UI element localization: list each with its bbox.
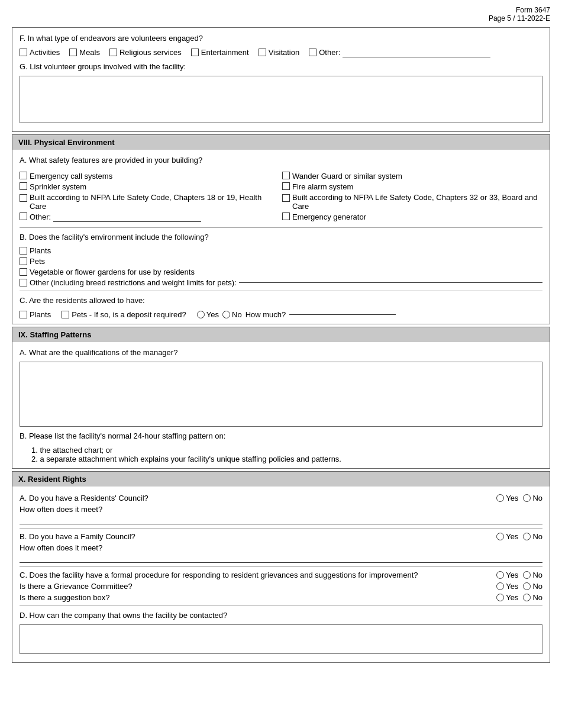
section-x-b-followup-field[interactable] xyxy=(20,553,542,563)
label-other-safety: Other: xyxy=(30,212,51,221)
section-ix-b-question: B. Please list the facility's normal 24-… xyxy=(20,430,542,442)
label-sprinkler: Sprinkler system xyxy=(30,182,86,191)
checkbox-visitation[interactable]: Visitation xyxy=(259,48,300,57)
label-x-a-no: No xyxy=(532,494,542,502)
checkbox-wander-guard[interactable]: Wander Guard or similar system xyxy=(282,172,542,181)
checkbox-nfpa-health[interactable]: Built according to NFPA Life Safety Code… xyxy=(20,193,280,211)
checkbox-activities[interactable]: Activities xyxy=(20,48,60,57)
other-safety-field[interactable] xyxy=(53,212,201,222)
radio-x-c-sub1-no-circle[interactable] xyxy=(523,582,531,590)
radio-x-c-sub2-no[interactable]: No xyxy=(523,593,542,602)
radio-x-c-sub2-no-circle[interactable] xyxy=(523,594,531,601)
label-no-deposit: No xyxy=(232,310,242,319)
checkbox-nfpa-health-box[interactable] xyxy=(20,194,27,202)
radio-x-a-yes-circle[interactable] xyxy=(496,494,504,502)
checkbox-emergency-call[interactable]: Emergency call systems xyxy=(20,172,280,181)
radio-x-b-no-circle[interactable] xyxy=(523,533,531,540)
checkbox-religious[interactable]: Religious services xyxy=(109,48,182,57)
radio-x-c-yes[interactable]: Yes xyxy=(496,571,518,579)
label-emergency-call: Emergency call systems xyxy=(30,172,112,181)
checkbox-other[interactable]: Other: xyxy=(309,48,490,57)
section-viii-header: VIII. Physical Environment xyxy=(12,135,550,150)
radio-yes-deposit-circle[interactable] xyxy=(197,311,205,318)
checkbox-other-box[interactable] xyxy=(309,49,316,56)
checkbox-other-safety[interactable]: Other: xyxy=(20,212,280,222)
checkbox-meals[interactable]: Meals xyxy=(69,48,100,57)
checkbox-religious-box[interactable] xyxy=(109,49,117,56)
checkbox-pets-b-box[interactable] xyxy=(20,257,27,265)
checkbox-fire-alarm[interactable]: Fire alarm system xyxy=(282,182,542,191)
checkbox-sprinkler-box[interactable] xyxy=(20,182,27,190)
checkbox-pets-c[interactable]: Pets - If so, is a deposit required? xyxy=(62,310,186,319)
checkbox-visitation-box[interactable] xyxy=(259,49,266,56)
checkbox-entertainment[interactable]: Entertainment xyxy=(191,48,249,57)
section-f-options: Activities Meals Religious services Ente… xyxy=(20,48,542,57)
checkbox-emergency-gen[interactable]: Emergency generator xyxy=(282,212,542,221)
checkbox-activities-box[interactable] xyxy=(20,49,27,56)
section-x-a-followup-field[interactable] xyxy=(20,515,542,524)
checkbox-wander-guard-box[interactable] xyxy=(282,172,290,179)
radio-x-c-sub2-yes[interactable]: Yes xyxy=(496,593,518,602)
checkbox-emergency-gen-box[interactable] xyxy=(282,212,290,220)
checkbox-emergency-call-box[interactable] xyxy=(20,172,27,179)
radio-no-deposit[interactable]: No xyxy=(222,310,242,319)
checkbox-plants-b[interactable]: Plants xyxy=(20,246,542,255)
section-x-c-sub1-yesno: Yes No xyxy=(496,582,542,591)
checkbox-sprinkler[interactable]: Sprinkler system xyxy=(20,182,280,191)
checkbox-other-b[interactable]: Other (including breed restrictions and … xyxy=(20,278,542,287)
radio-x-c-yes-circle[interactable] xyxy=(496,571,504,579)
checkbox-plants-c-box[interactable] xyxy=(20,311,27,318)
section-viii-container: VIII. Physical Environment A. What safet… xyxy=(12,134,550,324)
section-x-d-textarea[interactable] xyxy=(20,624,542,654)
section-ix-a-question: A. What are the qualifications of the ma… xyxy=(20,347,542,359)
checkbox-pets-c-box[interactable] xyxy=(62,311,69,318)
label-plants-c: Plants xyxy=(30,310,51,319)
radio-x-b-yes[interactable]: Yes xyxy=(496,532,518,541)
checkbox-fire-alarm-box[interactable] xyxy=(282,182,290,190)
section-x-c-sub1-row: Is there a Grievance Committee? Yes No xyxy=(20,582,542,591)
radio-yes-deposit[interactable]: Yes xyxy=(197,310,219,319)
section-x-a-yesno: Yes No xyxy=(496,494,542,502)
radio-x-a-no[interactable]: No xyxy=(523,494,542,502)
checkbox-other-safety-box[interactable] xyxy=(20,212,27,220)
checkbox-other-b-box[interactable] xyxy=(20,279,27,286)
label-x-c-sub2-no: No xyxy=(532,593,542,602)
checkbox-nfpa-board[interactable]: Built according to NFPA Life Safety Code… xyxy=(282,193,542,211)
section-x-a-followup-label: How often does it meet? xyxy=(20,505,542,514)
section-ix-a-textarea[interactable] xyxy=(20,362,542,427)
checkbox-meals-box[interactable] xyxy=(69,49,77,56)
label-yes-deposit: Yes xyxy=(206,310,219,319)
checkbox-pets-b[interactable]: Pets xyxy=(20,257,542,266)
radio-x-c-no-circle[interactable] xyxy=(523,571,531,579)
section-x-container: X. Resident Rights A. Do you have a Resi… xyxy=(12,471,550,663)
other-field[interactable] xyxy=(343,48,490,57)
radio-x-a-yes[interactable]: Yes xyxy=(496,494,518,502)
checkbox-gardens-box[interactable] xyxy=(20,268,27,276)
radio-x-a-no-circle[interactable] xyxy=(523,494,531,502)
section-viii-a-question: A. What safety features are provided in … xyxy=(20,154,542,166)
viii-a-right: Wander Guard or similar system Fire alar… xyxy=(282,170,542,224)
checkbox-gardens[interactable]: Vegetable or flower gardens for use by r… xyxy=(20,268,542,276)
radio-x-c-sub1-yes-circle[interactable] xyxy=(496,582,504,590)
radio-x-b-no[interactable]: No xyxy=(523,532,542,541)
checkbox-entertainment-box[interactable] xyxy=(191,49,199,56)
checkbox-plants-b-box[interactable] xyxy=(20,247,27,255)
section-g-textarea[interactable] xyxy=(20,76,542,123)
other-b-field[interactable] xyxy=(239,282,542,283)
checkbox-plants-c[interactable]: Plants xyxy=(20,310,51,319)
how-much-field[interactable] xyxy=(289,314,396,315)
label-emergency-gen: Emergency generator xyxy=(292,212,366,221)
radio-x-c-no[interactable]: No xyxy=(523,571,542,579)
radio-x-c-sub1-yes[interactable]: Yes xyxy=(496,582,518,591)
radio-x-c-sub1-no[interactable]: No xyxy=(523,582,542,591)
checkbox-nfpa-board-box[interactable] xyxy=(282,194,290,202)
section-x-a-row: A. Do you have a Residents' Council? Yes… xyxy=(20,494,542,502)
radio-no-deposit-circle[interactable] xyxy=(222,311,230,318)
label-fire-alarm: Fire alarm system xyxy=(292,182,353,191)
radio-x-b-yes-circle[interactable] xyxy=(496,533,504,540)
section-g-question: G. List volunteer groups involved with t… xyxy=(20,61,542,73)
section-x-c-sub2-row: Is there a suggestion box? Yes No xyxy=(20,593,542,602)
section-x-c-sub2-yesno: Yes No xyxy=(496,593,542,602)
radio-x-c-sub2-yes-circle[interactable] xyxy=(496,594,504,601)
section-viii-b-question: B. Does the facility's environment inclu… xyxy=(20,231,542,243)
